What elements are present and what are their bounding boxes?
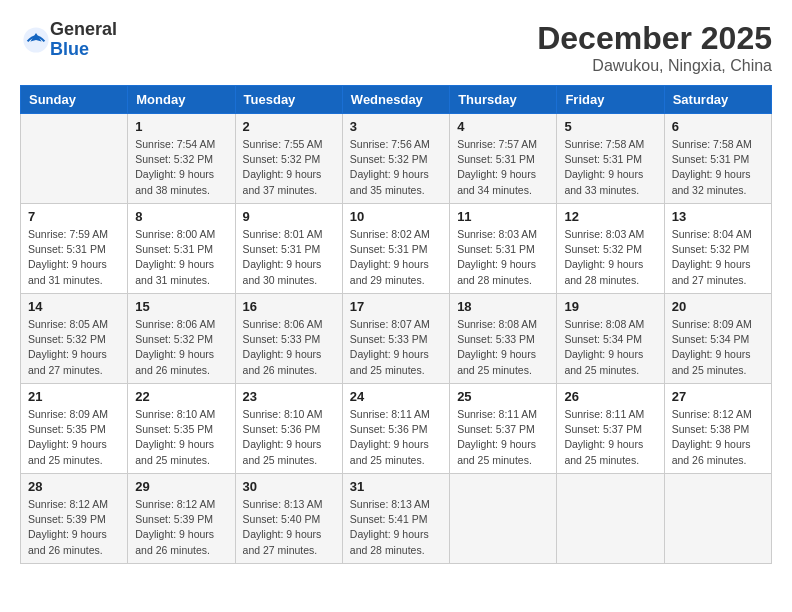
cell-info-text: Sunrise: 8:03 AM Sunset: 5:32 PM Dayligh… xyxy=(564,227,656,288)
cell-date-number: 30 xyxy=(243,479,335,494)
calendar-cell: 8Sunrise: 8:00 AM Sunset: 5:31 PM Daylig… xyxy=(128,204,235,294)
cell-info-text: Sunrise: 8:07 AM Sunset: 5:33 PM Dayligh… xyxy=(350,317,442,378)
cell-date-number: 22 xyxy=(135,389,227,404)
cell-info-text: Sunrise: 8:11 AM Sunset: 5:37 PM Dayligh… xyxy=(564,407,656,468)
cell-date-number: 2 xyxy=(243,119,335,134)
cell-date-number: 4 xyxy=(457,119,549,134)
calendar-cell: 16Sunrise: 8:06 AM Sunset: 5:33 PM Dayli… xyxy=(235,294,342,384)
cell-info-text: Sunrise: 8:12 AM Sunset: 5:39 PM Dayligh… xyxy=(28,497,120,558)
cell-info-text: Sunrise: 8:02 AM Sunset: 5:31 PM Dayligh… xyxy=(350,227,442,288)
calendar-cell: 2Sunrise: 7:55 AM Sunset: 5:32 PM Daylig… xyxy=(235,114,342,204)
calendar-cell: 7Sunrise: 7:59 AM Sunset: 5:31 PM Daylig… xyxy=(21,204,128,294)
weekday-header-monday: Monday xyxy=(128,86,235,114)
calendar-cell: 13Sunrise: 8:04 AM Sunset: 5:32 PM Dayli… xyxy=(664,204,771,294)
cell-date-number: 20 xyxy=(672,299,764,314)
weekday-header-saturday: Saturday xyxy=(664,86,771,114)
calendar-week-5: 28Sunrise: 8:12 AM Sunset: 5:39 PM Dayli… xyxy=(21,474,772,564)
cell-info-text: Sunrise: 8:12 AM Sunset: 5:39 PM Dayligh… xyxy=(135,497,227,558)
cell-date-number: 15 xyxy=(135,299,227,314)
cell-info-text: Sunrise: 8:00 AM Sunset: 5:31 PM Dayligh… xyxy=(135,227,227,288)
cell-info-text: Sunrise: 8:12 AM Sunset: 5:38 PM Dayligh… xyxy=(672,407,764,468)
cell-date-number: 3 xyxy=(350,119,442,134)
cell-date-number: 29 xyxy=(135,479,227,494)
cell-date-number: 11 xyxy=(457,209,549,224)
calendar-cell xyxy=(21,114,128,204)
calendar-cell: 9Sunrise: 8:01 AM Sunset: 5:31 PM Daylig… xyxy=(235,204,342,294)
calendar-cell: 20Sunrise: 8:09 AM Sunset: 5:34 PM Dayli… xyxy=(664,294,771,384)
title-area: December 2025 Dawukou, Ningxia, China xyxy=(537,20,772,75)
calendar-cell: 21Sunrise: 8:09 AM Sunset: 5:35 PM Dayli… xyxy=(21,384,128,474)
cell-info-text: Sunrise: 8:04 AM Sunset: 5:32 PM Dayligh… xyxy=(672,227,764,288)
cell-date-number: 17 xyxy=(350,299,442,314)
cell-info-text: Sunrise: 8:11 AM Sunset: 5:36 PM Dayligh… xyxy=(350,407,442,468)
calendar-table: SundayMondayTuesdayWednesdayThursdayFrid… xyxy=(20,85,772,564)
calendar-cell: 26Sunrise: 8:11 AM Sunset: 5:37 PM Dayli… xyxy=(557,384,664,474)
cell-info-text: Sunrise: 8:13 AM Sunset: 5:41 PM Dayligh… xyxy=(350,497,442,558)
calendar-body: 1Sunrise: 7:54 AM Sunset: 5:32 PM Daylig… xyxy=(21,114,772,564)
cell-info-text: Sunrise: 7:55 AM Sunset: 5:32 PM Dayligh… xyxy=(243,137,335,198)
calendar-cell: 28Sunrise: 8:12 AM Sunset: 5:39 PM Dayli… xyxy=(21,474,128,564)
cell-date-number: 26 xyxy=(564,389,656,404)
calendar-cell: 18Sunrise: 8:08 AM Sunset: 5:33 PM Dayli… xyxy=(450,294,557,384)
weekday-header-sunday: Sunday xyxy=(21,86,128,114)
cell-info-text: Sunrise: 8:05 AM Sunset: 5:32 PM Dayligh… xyxy=(28,317,120,378)
cell-info-text: Sunrise: 7:58 AM Sunset: 5:31 PM Dayligh… xyxy=(564,137,656,198)
calendar-cell: 4Sunrise: 7:57 AM Sunset: 5:31 PM Daylig… xyxy=(450,114,557,204)
calendar-cell: 10Sunrise: 8:02 AM Sunset: 5:31 PM Dayli… xyxy=(342,204,449,294)
calendar-cell: 29Sunrise: 8:12 AM Sunset: 5:39 PM Dayli… xyxy=(128,474,235,564)
cell-date-number: 28 xyxy=(28,479,120,494)
cell-date-number: 7 xyxy=(28,209,120,224)
cell-info-text: Sunrise: 8:13 AM Sunset: 5:40 PM Dayligh… xyxy=(243,497,335,558)
calendar-cell: 15Sunrise: 8:06 AM Sunset: 5:32 PM Dayli… xyxy=(128,294,235,384)
cell-date-number: 6 xyxy=(672,119,764,134)
calendar-cell: 19Sunrise: 8:08 AM Sunset: 5:34 PM Dayli… xyxy=(557,294,664,384)
cell-date-number: 19 xyxy=(564,299,656,314)
cell-date-number: 18 xyxy=(457,299,549,314)
cell-date-number: 9 xyxy=(243,209,335,224)
calendar-week-4: 21Sunrise: 8:09 AM Sunset: 5:35 PM Dayli… xyxy=(21,384,772,474)
weekday-header-friday: Friday xyxy=(557,86,664,114)
calendar-cell xyxy=(450,474,557,564)
cell-info-text: Sunrise: 8:01 AM Sunset: 5:31 PM Dayligh… xyxy=(243,227,335,288)
cell-info-text: Sunrise: 8:09 AM Sunset: 5:35 PM Dayligh… xyxy=(28,407,120,468)
calendar-cell: 12Sunrise: 8:03 AM Sunset: 5:32 PM Dayli… xyxy=(557,204,664,294)
calendar-cell: 5Sunrise: 7:58 AM Sunset: 5:31 PM Daylig… xyxy=(557,114,664,204)
cell-date-number: 1 xyxy=(135,119,227,134)
cell-date-number: 16 xyxy=(243,299,335,314)
cell-info-text: Sunrise: 7:58 AM Sunset: 5:31 PM Dayligh… xyxy=(672,137,764,198)
calendar-cell: 30Sunrise: 8:13 AM Sunset: 5:40 PM Dayli… xyxy=(235,474,342,564)
calendar-cell: 14Sunrise: 8:05 AM Sunset: 5:32 PM Dayli… xyxy=(21,294,128,384)
cell-date-number: 27 xyxy=(672,389,764,404)
calendar-cell: 25Sunrise: 8:11 AM Sunset: 5:37 PM Dayli… xyxy=(450,384,557,474)
calendar-cell: 24Sunrise: 8:11 AM Sunset: 5:36 PM Dayli… xyxy=(342,384,449,474)
cell-info-text: Sunrise: 7:54 AM Sunset: 5:32 PM Dayligh… xyxy=(135,137,227,198)
cell-date-number: 12 xyxy=(564,209,656,224)
calendar-cell: 11Sunrise: 8:03 AM Sunset: 5:31 PM Dayli… xyxy=(450,204,557,294)
calendar-cell xyxy=(557,474,664,564)
location-title: Dawukou, Ningxia, China xyxy=(537,57,772,75)
page-header: General Blue December 2025 Dawukou, Ning… xyxy=(20,20,772,75)
weekday-header-thursday: Thursday xyxy=(450,86,557,114)
logo-text: General Blue xyxy=(50,20,117,60)
cell-info-text: Sunrise: 8:03 AM Sunset: 5:31 PM Dayligh… xyxy=(457,227,549,288)
cell-info-text: Sunrise: 7:57 AM Sunset: 5:31 PM Dayligh… xyxy=(457,137,549,198)
calendar-cell: 1Sunrise: 7:54 AM Sunset: 5:32 PM Daylig… xyxy=(128,114,235,204)
logo-icon xyxy=(22,26,50,54)
calendar-cell: 17Sunrise: 8:07 AM Sunset: 5:33 PM Dayli… xyxy=(342,294,449,384)
cell-info-text: Sunrise: 8:11 AM Sunset: 5:37 PM Dayligh… xyxy=(457,407,549,468)
cell-info-text: Sunrise: 8:08 AM Sunset: 5:33 PM Dayligh… xyxy=(457,317,549,378)
cell-info-text: Sunrise: 8:06 AM Sunset: 5:32 PM Dayligh… xyxy=(135,317,227,378)
cell-date-number: 14 xyxy=(28,299,120,314)
cell-date-number: 31 xyxy=(350,479,442,494)
calendar-header-row: SundayMondayTuesdayWednesdayThursdayFrid… xyxy=(21,86,772,114)
calendar-cell: 27Sunrise: 8:12 AM Sunset: 5:38 PM Dayli… xyxy=(664,384,771,474)
cell-date-number: 21 xyxy=(28,389,120,404)
calendar-cell: 3Sunrise: 7:56 AM Sunset: 5:32 PM Daylig… xyxy=(342,114,449,204)
cell-date-number: 23 xyxy=(243,389,335,404)
calendar-week-1: 1Sunrise: 7:54 AM Sunset: 5:32 PM Daylig… xyxy=(21,114,772,204)
cell-date-number: 10 xyxy=(350,209,442,224)
cell-info-text: Sunrise: 8:10 AM Sunset: 5:35 PM Dayligh… xyxy=(135,407,227,468)
calendar-cell: 6Sunrise: 7:58 AM Sunset: 5:31 PM Daylig… xyxy=(664,114,771,204)
cell-date-number: 24 xyxy=(350,389,442,404)
cell-info-text: Sunrise: 8:10 AM Sunset: 5:36 PM Dayligh… xyxy=(243,407,335,468)
